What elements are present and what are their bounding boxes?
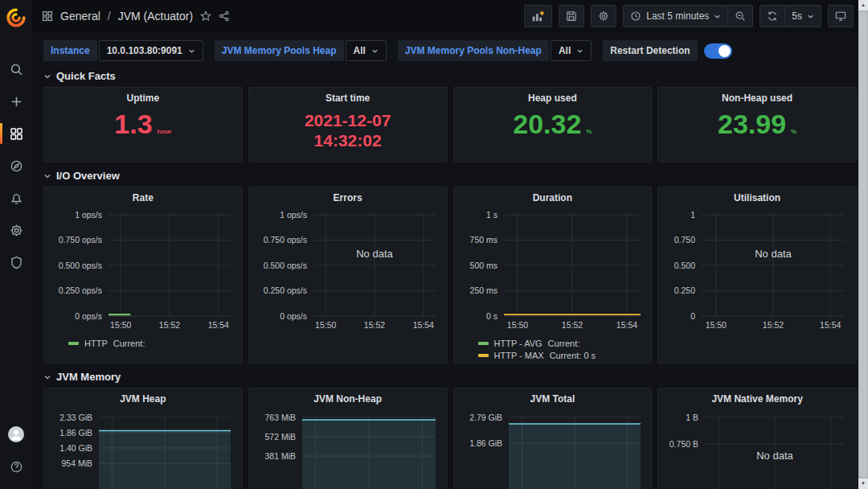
- variable-restart-detection: Restart Detection: [603, 40, 731, 61]
- legend-item[interactable]: HTTPCurrent:: [68, 339, 235, 348]
- panel-title[interactable]: Duration: [461, 187, 645, 205]
- section-header-jvm-memory[interactable]: JVM Memory: [43, 364, 857, 388]
- chart-panel: Errors15:5015:5215:541 ops/s0.750 ops/s0…: [248, 187, 448, 364]
- svg-text:15:54: 15:54: [412, 320, 433, 330]
- sidebar-item-search[interactable]: [0, 53, 32, 85]
- chevron-down-icon: [807, 13, 814, 20]
- chart-area: 15:5015:5215:5410.7500.5000.2500No data: [665, 205, 850, 337]
- scroll-down-button[interactable]: ▼: [858, 479, 868, 489]
- grafana-logo[interactable]: [0, 3, 32, 32]
- chart-panel: Duration15:5015:5215:541 s750 ms500 ms25…: [453, 187, 653, 364]
- bell-icon: [10, 191, 23, 205]
- panel-title[interactable]: Rate: [51, 187, 235, 205]
- panel-title[interactable]: JVM Native Memory: [665, 388, 850, 406]
- sidebar-item-alerting[interactable]: [0, 182, 32, 214]
- sidebar-item-configuration[interactable]: [0, 214, 32, 246]
- breadcrumb-section[interactable]: General: [60, 10, 100, 23]
- chart-canvas[interactable]: 15:5015:5215:541 ops/s0.750 ops/s0.500 o…: [256, 205, 440, 334]
- svg-text:15:50: 15:50: [506, 320, 527, 330]
- scrollbar[interactable]: ▲ ▼: [858, 0, 868, 489]
- panel-title[interactable]: JVM Heap: [51, 388, 235, 406]
- chart-canvas[interactable]: 763 MiB572 MiB381 MiB: [256, 406, 440, 489]
- legend-item[interactable]: HTTP - AVGCurrent:: [478, 339, 645, 348]
- scrollbar-track[interactable]: [858, 10, 868, 479]
- svg-text:0.750 B: 0.750 B: [669, 439, 698, 449]
- section-header-io-overview[interactable]: I/O Overview: [43, 162, 857, 187]
- sidebar-item-server-admin[interactable]: [0, 246, 32, 278]
- dashboard-grid-icon: [42, 10, 53, 22]
- svg-text:15:50: 15:50: [706, 320, 727, 330]
- chart-canvas[interactable]: 15:5015:5215:541 ops/s0.750 ops/s0.500 o…: [51, 205, 235, 334]
- main-area: General / JVM (Actuator): [32, 0, 868, 489]
- chart-canvas[interactable]: 15:5015:5215:541 s750 ms500 ms250 ms0 s: [461, 205, 645, 334]
- sidebar-item-create[interactable]: [0, 85, 32, 117]
- refresh-interval-picker[interactable]: 5s: [785, 6, 821, 27]
- breadcrumb-page[interactable]: JVM (Actuator): [118, 10, 193, 23]
- stat-panel: Non-Heap used23.99%: [657, 87, 857, 162]
- gear-icon: [10, 224, 23, 237]
- svg-text:1: 1: [690, 210, 695, 220]
- panel-title[interactable]: Errors: [256, 187, 440, 205]
- panel-title[interactable]: JVM Total: [461, 388, 645, 406]
- svg-text:1.86 GiB: 1.86 GiB: [469, 438, 502, 448]
- svg-text:381 MiB: 381 MiB: [264, 451, 296, 461]
- svg-text:0: 0: [690, 311, 695, 321]
- chevron-down-icon: [43, 172, 51, 180]
- instance-label: Instance: [43, 40, 97, 61]
- sidebar-item-help[interactable]: [0, 450, 32, 483]
- heap-pools-select[interactable]: All: [346, 40, 387, 61]
- svg-text:0.250 ops/s: 0.250 ops/s: [263, 286, 306, 295]
- panel-title[interactable]: Non-Heap used: [658, 88, 856, 105]
- star-icon[interactable]: [200, 10, 211, 22]
- scrollbar-thumb[interactable]: [859, 12, 867, 477]
- panel-title[interactable]: Uptime: [44, 88, 242, 105]
- stat-panel: Uptime1.3hour: [43, 87, 243, 162]
- save-dashboard-button[interactable]: [559, 5, 584, 27]
- chart-canvas[interactable]: 2.33 GiB1.86 GiB1.40 GiB954 MiB: [51, 406, 235, 489]
- scroll-up-button[interactable]: ▲: [858, 0, 868, 10]
- instance-select[interactable]: 10.0.103.80:9091: [99, 40, 203, 61]
- svg-text:500 ms: 500 ms: [469, 261, 497, 270]
- restart-detection-toggle[interactable]: [704, 43, 732, 59]
- add-panel-button[interactable]: [524, 5, 552, 27]
- dashboard-content: Instance 10.0.103.80:9091 JVM Memory Poo…: [32, 32, 868, 489]
- panel-title[interactable]: JVM Non-Heap: [256, 388, 440, 406]
- chart-legend: HTTPCurrent:: [51, 339, 235, 348]
- svg-text:1 s: 1 s: [485, 210, 497, 220]
- chart-canvas[interactable]: 2.79 GiB1.86 GiB: [461, 406, 645, 489]
- panel-title[interactable]: Utilisation: [665, 187, 850, 205]
- section-header-quick-facts[interactable]: Quick Facts: [43, 63, 857, 87]
- sidebar-item-dashboards[interactable]: [0, 117, 32, 150]
- stat-line: 14:32:02: [314, 130, 382, 150]
- chart-panel: JVM Native Memory1 B0.750 BNo data: [657, 388, 857, 489]
- share-icon[interactable]: [219, 10, 230, 22]
- sidebar-item-profile[interactable]: [0, 418, 32, 450]
- cycle-view-mode-button[interactable]: [828, 5, 854, 27]
- zoom-out-time-button[interactable]: [728, 6, 752, 27]
- clock-icon: [630, 10, 641, 22]
- panel-title[interactable]: Heap used: [454, 88, 652, 105]
- heap-pools-label: JVM Memory Pools Heap: [215, 40, 344, 61]
- chart-canvas[interactable]: 1 B0.750 BNo data: [665, 406, 850, 489]
- svg-text:No data: No data: [756, 450, 793, 462]
- refresh-button[interactable]: [760, 6, 784, 27]
- legend-swatch: [478, 354, 489, 357]
- stat-suffix: %: [586, 129, 592, 135]
- legend-series-name: HTTP - MAX: [494, 351, 544, 360]
- chart-panel: Rate15:5015:5215:541 ops/s0.750 ops/s0.5…: [43, 187, 243, 364]
- dashboard-settings-button[interactable]: [591, 5, 616, 27]
- legend-item[interactable]: HTTP - MAXCurrent: 0 s: [478, 351, 645, 360]
- svg-text:1.86 GiB: 1.86 GiB: [59, 428, 92, 438]
- chart-canvas[interactable]: 15:5015:5215:5410.7500.5000.2500No data: [665, 205, 850, 334]
- svg-text:15:54: 15:54: [820, 320, 841, 330]
- svg-text:1 ops/s: 1 ops/s: [75, 210, 102, 220]
- svg-text:0.250 ops/s: 0.250 ops/s: [59, 286, 102, 295]
- nonheap-pools-select[interactable]: All: [551, 40, 592, 61]
- chevron-down-icon: [714, 13, 721, 20]
- section-title: I/O Overview: [56, 170, 120, 182]
- svg-text:No data: No data: [755, 248, 792, 260]
- time-range-picker[interactable]: Last 5 minutes: [624, 6, 727, 27]
- panel-title[interactable]: Start time: [249, 88, 447, 105]
- svg-text:15:52: 15:52: [364, 320, 385, 330]
- sidebar-item-explore[interactable]: [0, 150, 32, 182]
